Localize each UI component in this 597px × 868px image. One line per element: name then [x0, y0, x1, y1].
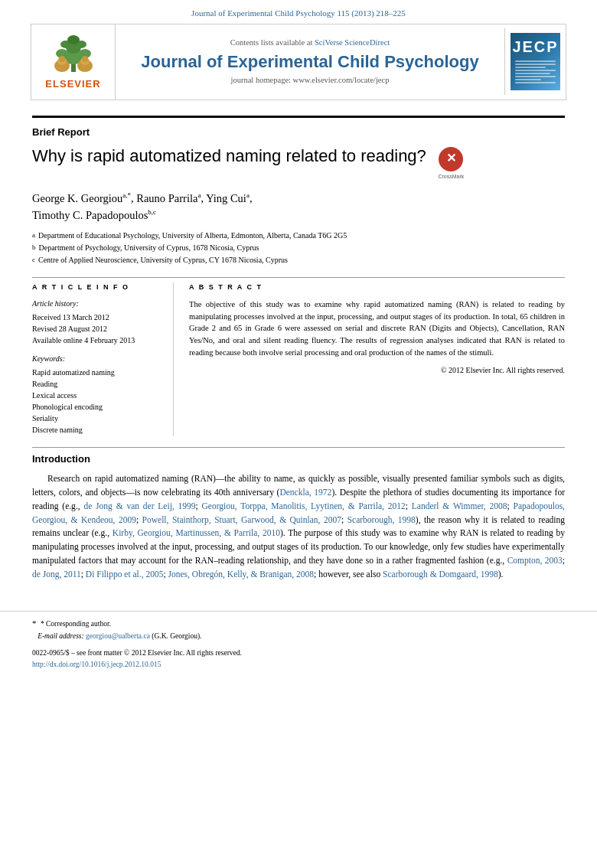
abstract-column: A B S T R A C T The objective of this st…: [189, 282, 565, 436]
ref-landerl2008[interactable]: Landerl & Wimmer, 2008: [412, 501, 507, 511]
main-content: Brief Report Why is rapid automatized na…: [0, 100, 597, 597]
jecp-lines-decoration: [514, 59, 557, 85]
divider-1: [32, 277, 565, 278]
corresponding-author-note: * * Corresponding author.: [32, 618, 565, 629]
journal-homepage: journal homepage: www.elsevier.com/locat…: [127, 75, 493, 86]
ref-difilippo2005[interactable]: Di Filippo et al., 2005: [86, 569, 164, 579]
article-history-label: Article history:: [32, 299, 162, 309]
journal-ref-text: Journal of Experimental Child Psychology…: [191, 8, 406, 18]
journal-header: ELSEVIER Contents lists available at Sci…: [31, 24, 566, 100]
introduction-section: Introduction Research on rapid automatiz…: [32, 452, 565, 582]
affil-a: a Department of Educational Psychology, …: [32, 230, 565, 242]
affiliations: a Department of Educational Psychology, …: [32, 230, 565, 266]
page: Journal of Experimental Child Psychology…: [0, 0, 597, 868]
keyword-2: Reading: [32, 379, 162, 390]
jecp-badge: JECP: [511, 33, 560, 90]
elsevier-logo: ELSEVIER: [31, 24, 116, 99]
crossmark-badge[interactable]: ✕ CrossMark: [434, 147, 468, 180]
brief-report-label: Brief Report: [32, 126, 565, 139]
keyword-5: Seriality: [32, 413, 162, 424]
footer: * * Corresponding author. E-mail address…: [0, 611, 597, 677]
intro-paragraph-1: Research on rapid automatized naming (RA…: [32, 472, 565, 582]
top-reference: Journal of Experimental Child Psychology…: [0, 0, 597, 24]
ref-scarborough1998b[interactable]: Scarborough & Domgaard, 1998: [383, 569, 498, 579]
journal-title-area: Contents lists available at SciVerse Sci…: [116, 31, 504, 93]
issn-line: 0022-0965/$ – see front matter © 2012 El…: [32, 648, 565, 658]
received-date: Received 13 March 2012: [32, 312, 162, 323]
abstract-text: The objective of this study was to exami…: [189, 299, 565, 359]
ref-powell2007[interactable]: Powell, Stainthorp, Stuart, Garwood, & Q…: [142, 515, 341, 524]
ref-compton2003[interactable]: Compton, 2003: [507, 556, 563, 565]
crossmark-label: CrossMark: [438, 173, 464, 180]
article-info-heading: A R T I C L E I N F O: [32, 282, 162, 292]
ref-georgiou2012[interactable]: Georgiou, Torppa, Manolitis, Lyytinen, &…: [202, 501, 406, 511]
elsevier-tree-icon: [47, 32, 100, 74]
jecp-logo: JECP: [504, 28, 566, 95]
homepage-link[interactable]: www.elsevier.com/locate/jecp: [293, 76, 390, 84]
keyword-1: Rapid automatized naming: [32, 367, 162, 378]
author-georgiou: George K. Georgioua,*: [32, 192, 131, 204]
author-parrila: Rauno Parrilaa: [136, 192, 201, 204]
divider-2: [32, 447, 565, 448]
ref-denckla[interactable]: Denckla, 1972: [279, 488, 331, 497]
intro-heading: Introduction: [32, 452, 565, 466]
crossmark-circle: ✕: [439, 147, 463, 171]
sciverse-line: Contents lists available at SciVerse Sci…: [127, 38, 493, 49]
abstract-heading: A B S T R A C T: [189, 282, 565, 292]
article-title-container: Why is rapid automatized naming related …: [32, 145, 565, 180]
keyword-4: Phonological encoding: [32, 402, 162, 413]
affil-c: c Centre of Applied Neuroscience, Univer…: [32, 254, 565, 266]
copyright-line: © 2012 Elsevier Inc. All rights reserved…: [189, 365, 565, 376]
affil-b: b Department of Psychology, University o…: [32, 242, 565, 254]
article-info-column: A R T I C L E I N F O Article history: R…: [32, 282, 174, 436]
ref-dejong1999[interactable]: de Jong & van der Leij, 1999: [83, 501, 195, 511]
author-cui: Ying Cuia: [206, 192, 250, 204]
svg-point-10: [59, 56, 65, 62]
revised-date: Revised 28 August 2012: [32, 324, 162, 334]
info-abstract-columns: A R T I C L E I N F O Article history: R…: [32, 282, 565, 436]
doi-line: http://dx.doi.org/10.1016/j.jecp.2012.10…: [32, 659, 565, 670]
svg-point-13: [82, 56, 88, 62]
ref-jones2008[interactable]: Jones, Obregón, Kelly, & Branigan, 2008: [168, 569, 315, 579]
keyword-6: Discrete naming: [32, 425, 162, 436]
journal-main-title: Journal of Experimental Child Psychology: [127, 52, 493, 72]
thick-divider: [32, 116, 565, 118]
authors-line: George K. Georgioua,*, Rauno Parrilaa, Y…: [32, 191, 565, 224]
keyword-3: Lexical access: [32, 390, 162, 401]
doi-link[interactable]: http://dx.doi.org/10.1016/j.jecp.2012.10…: [32, 661, 161, 668]
ref-kirby2010[interactable]: Kirby, Georgiou, Martinussen, & Parrila,…: [113, 528, 280, 537]
ref-dejong2011[interactable]: de Jong, 2011: [32, 569, 81, 579]
svg-point-7: [67, 35, 80, 44]
footer-bottom: 0022-0965/$ – see front matter © 2012 El…: [32, 648, 565, 670]
email-link[interactable]: georgiou@ualberta.ca: [86, 632, 150, 640]
elsevier-brand-text: ELSEVIER: [45, 77, 100, 91]
author-papadopoulos: Timothy C. Papadopoulosb,c: [32, 209, 156, 221]
sciverse-link[interactable]: SciVerse ScienceDirect: [315, 38, 390, 47]
keywords-label: Keywords:: [32, 354, 162, 364]
jecp-letters: JECP: [512, 39, 558, 54]
ref-scarborough1998[interactable]: Scarborough, 1998: [347, 515, 416, 524]
article-title-text: Why is rapid automatized naming related …: [32, 145, 426, 168]
available-date: Available online 4 February 2013: [32, 335, 162, 346]
email-note: E-mail address: georgiou@ualberta.ca (G.…: [32, 631, 565, 641]
